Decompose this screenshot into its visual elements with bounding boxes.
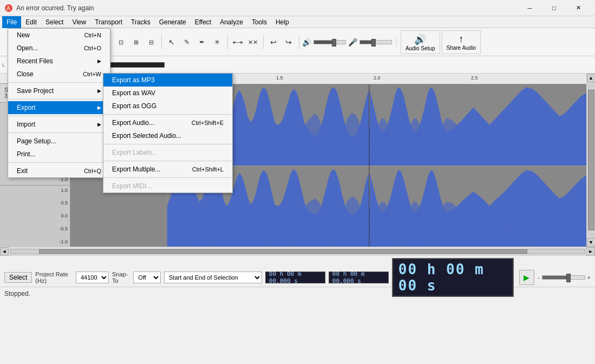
- export-multiple[interactable]: Export Multiple... Ctrl+Shift+L: [103, 163, 232, 176]
- menu-transport[interactable]: Transport: [90, 16, 127, 28]
- export-submenu: Export as MP3 Export as WAV Export as OG…: [103, 73, 233, 193]
- menu-recent-files[interactable]: Recent Files: [8, 55, 110, 68]
- menu-open[interactable]: Open... Ctrl+O: [8, 42, 110, 55]
- selection-mode-select[interactable]: Start and End of Selection: [164, 272, 262, 283]
- scroll-track-v[interactable]: [587, 82, 595, 238]
- menu-select[interactable]: Select: [41, 16, 68, 28]
- audio-setup-button[interactable]: 🔊 Audio Setup: [401, 30, 440, 54]
- toolbar-undoredo: ↩ ↪: [266, 35, 299, 49]
- big-time-display: 00 h 00 m 00 s: [392, 258, 514, 297]
- share-audio-icon: ↑: [459, 34, 463, 45]
- menu-file[interactable]: File: [2, 16, 21, 28]
- volume-control: - +: [538, 274, 591, 281]
- toolbar-edit: ↖ ✎ ✒ ✳: [165, 35, 228, 49]
- scroll-up-button[interactable]: ▲: [587, 74, 596, 82]
- silence-audio-button[interactable]: ✕✕: [246, 35, 260, 49]
- share-audio-label: Share Audio: [447, 45, 476, 51]
- zoom-100-button[interactable]: ⊟: [144, 35, 158, 49]
- menu-close[interactable]: Close Ctrl+W: [8, 68, 110, 81]
- redo-button[interactable]: ↪: [282, 35, 296, 49]
- menu-page-setup[interactable]: Page Setup...: [8, 135, 110, 148]
- export-ogg[interactable]: Export as OGG: [103, 100, 232, 112]
- app-icon: A: [4, 4, 13, 12]
- maximize-button[interactable]: □: [542, 0, 566, 16]
- status-text: Stopped.: [4, 290, 30, 297]
- select-tool[interactable]: ↖: [165, 35, 179, 49]
- menu-effect[interactable]: Effect: [191, 16, 215, 28]
- scroll-down-button[interactable]: ▼: [587, 238, 596, 247]
- menu-tools[interactable]: Tools: [247, 16, 271, 28]
- export-audio[interactable]: Export Audio... Ctrl+Shift+E: [103, 116, 232, 129]
- svg-text:A: A: [6, 5, 10, 11]
- menu-save-project[interactable]: Save Project: [8, 84, 110, 97]
- menu-tracks[interactable]: Tracks: [127, 16, 155, 28]
- snap-to-select[interactable]: Off: [133, 272, 161, 283]
- titlebar: A An error ocurred. Try again ─ □ ✕: [0, 0, 595, 16]
- timeline-mark-2: 2.0: [374, 75, 381, 81]
- vertical-scrollbar[interactable]: ▲ ▼: [586, 74, 595, 247]
- project-rate-label: Project Rate (Hz): [35, 271, 73, 284]
- select-button[interactable]: Select: [4, 272, 32, 283]
- vu-meter-r: R: [105, 62, 165, 68]
- input-volume-slider[interactable]: [359, 40, 392, 44]
- zoom-sel-button[interactable]: ⊞: [129, 35, 143, 49]
- snap-to-label: Snap-To: [112, 271, 130, 284]
- scroll-left-button[interactable]: ◄: [0, 247, 9, 256]
- menu-exit[interactable]: Exit Ctrl+Q: [8, 164, 110, 177]
- draw-tool[interactable]: ✒: [195, 35, 209, 49]
- menubar: File Edit Select View Transport Tracks G…: [0, 16, 595, 28]
- win-controls: ─ □ ✕: [518, 0, 591, 16]
- timeline-mark-2-5: 2.5: [471, 75, 478, 81]
- menu-analyze[interactable]: Analyze: [215, 16, 247, 28]
- multi-tool[interactable]: ✳: [210, 35, 224, 49]
- menu-import[interactable]: Import: [8, 118, 110, 131]
- bottom-bar: Select Project Rate (Hz) 44100 Snap-To O…: [0, 255, 595, 287]
- scroll-thumb-v[interactable]: [588, 90, 594, 230]
- scroll-right-button[interactable]: ►: [586, 247, 595, 256]
- audio-setup-label: Audio Setup: [406, 45, 435, 51]
- timeline-mark-1-5: 1.5: [276, 75, 283, 81]
- envelope-tool[interactable]: ✎: [180, 35, 194, 49]
- scroll-thumb-h[interactable]: [39, 249, 527, 254]
- toolbar-volume: 🔊 🎤: [302, 38, 397, 47]
- menu-edit[interactable]: Edit: [21, 16, 41, 28]
- minimize-button[interactable]: ─: [518, 0, 542, 16]
- time-end-display: 00 h 00 m 00.000 s: [329, 272, 389, 283]
- horizontal-scrollbar: ◄ ►: [0, 247, 595, 255]
- playback-volume-slider[interactable]: [542, 275, 585, 280]
- audio-setup-icon: 🔊: [414, 34, 426, 45]
- export-selected-audio[interactable]: Export Selected Audio...: [103, 129, 232, 142]
- menu-print[interactable]: Print...: [8, 148, 110, 161]
- scroll-track-h[interactable]: [10, 249, 585, 254]
- y-axis-bottom: 1.0 0.5 0.0 -0.5 -1.0: [0, 185, 70, 247]
- playback-controls: ▶: [519, 270, 534, 285]
- time-start-display: 00 h 00 m 00.000 s: [265, 272, 325, 283]
- share-audio-button[interactable]: ↑ Share Audio: [442, 30, 481, 54]
- menu-view[interactable]: View: [68, 16, 90, 28]
- zoom-fit-button[interactable]: ⊡: [114, 35, 128, 49]
- menu-generate[interactable]: Generate: [155, 16, 191, 28]
- toolbar-trim: ⇤⇥ ✕✕: [231, 35, 264, 49]
- window-title: An error ocurred. Try again: [16, 4, 518, 12]
- trim-audio-button[interactable]: ⇤⇥: [231, 35, 245, 49]
- mic-icon: 🎤: [348, 38, 357, 47]
- play-transport-button[interactable]: ▶: [519, 270, 534, 285]
- export-mp3[interactable]: Export as MP3: [103, 74, 232, 87]
- file-menu-dropdown: New Ctrl+N Open... Ctrl+O Recent Files C…: [8, 28, 110, 178]
- export-midi[interactable]: Export MIDI...: [103, 180, 232, 193]
- close-button[interactable]: ✕: [566, 0, 591, 16]
- speaker-icon: 🔊: [302, 38, 311, 47]
- menu-new[interactable]: New Ctrl+N: [8, 29, 110, 42]
- menu-help[interactable]: Help: [271, 16, 293, 28]
- project-rate-select[interactable]: 44100: [76, 272, 109, 283]
- output-volume-slider[interactable]: [313, 40, 346, 44]
- undo-button[interactable]: ↩: [266, 35, 280, 49]
- menu-export[interactable]: Export: [8, 101, 110, 114]
- export-labels[interactable]: Export Labels...: [103, 146, 232, 159]
- export-wav[interactable]: Export as WAV: [103, 87, 232, 100]
